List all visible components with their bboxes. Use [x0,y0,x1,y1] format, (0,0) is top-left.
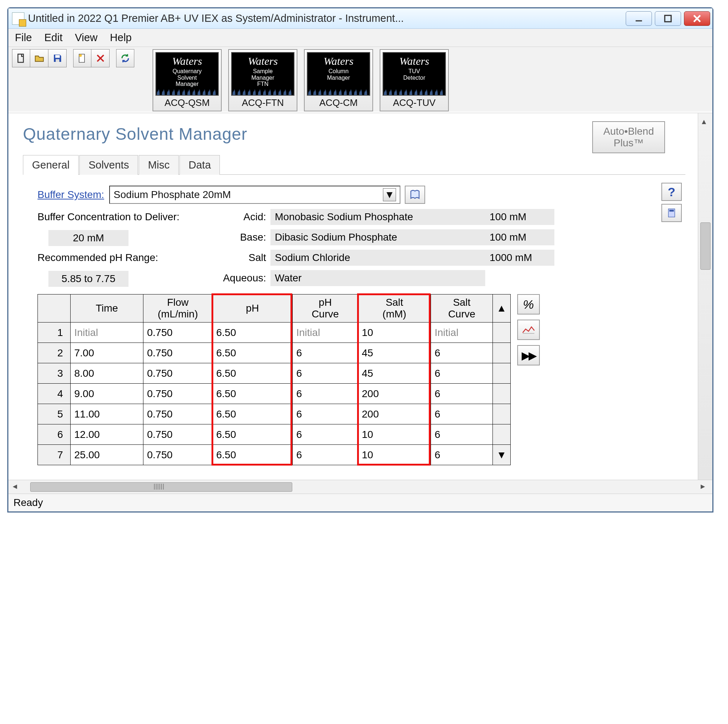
buffer-conc-label: Buffer Concentration to Deliver: [37,211,212,223]
scroll-up-icon[interactable] [700,116,711,126]
cell-saltcurve[interactable]: 6 [431,363,493,384]
table-scroll-down[interactable]: ▼ [493,445,511,465]
cell-saltcurve[interactable]: 6 [431,384,493,404]
instrument-tile-acq-ftn[interactable]: WatersSample Manager FTNACQ-FTN [228,49,297,112]
cell-rownum: 5 [38,404,70,424]
cell-time[interactable]: 7.00 [70,343,144,363]
cell-time[interactable]: Initial [70,323,144,343]
cell-ph[interactable]: 6.50 [213,323,293,343]
cell-phcurve[interactable]: 6 [293,384,358,404]
table-scroll-up[interactable]: ▲ [493,294,511,323]
help-button[interactable]: ? [661,183,682,201]
scroll-left-icon[interactable]: ◄ [11,482,21,492]
cell-time[interactable]: 9.00 [70,384,144,404]
cell-ph[interactable]: 6.50 [213,445,293,465]
table-scroll-track[interactable] [493,424,511,445]
menu-view[interactable]: View [75,32,98,44]
cell-salt[interactable]: 45 [358,363,431,384]
tab-general[interactable]: General [23,155,79,175]
tab-data[interactable]: Data [179,155,220,175]
cell-salt[interactable]: 10 [358,445,431,465]
buffer-system-label[interactable]: Buffer System: [37,189,104,201]
table-row[interactable]: 49.000.7506.5062006 [38,384,511,404]
cell-ph[interactable]: 6.50 [213,424,293,445]
cell-phcurve[interactable]: 6 [293,343,358,363]
buffer-system-combo[interactable]: Sodium Phosphate 20mM ▼ [109,186,401,204]
cell-phcurve[interactable]: 6 [293,424,358,445]
delete-button[interactable] [91,49,110,67]
scroll-right-icon[interactable]: ► [699,482,710,492]
cell-ph[interactable]: 6.50 [213,343,293,363]
cell-phcurve[interactable]: 6 [293,445,358,465]
gradient-table[interactable]: Time Flow (mL/min) pH pH Curve Salt (mM)… [37,294,511,465]
cell-salt[interactable]: 10 [358,424,431,445]
cell-ph[interactable]: 6.50 [213,384,293,404]
cell-phcurve[interactable]: Initial [293,323,358,343]
menu-help[interactable]: Help [110,32,132,44]
cell-flow[interactable]: 0.750 [144,404,213,424]
instrument-tile-acq-tuv[interactable]: WatersTUV DetectorACQ-TUV [380,49,449,112]
cell-saltcurve[interactable]: Initial [431,323,493,343]
instrument-tile-acq-cm[interactable]: WatersColumn ManagerACQ-CM [304,49,373,112]
autoblend-plus-button[interactable]: Auto•Blend Plus™ [592,121,665,153]
cell-flow[interactable]: 0.750 [144,384,213,404]
instrument-tiles: WatersQuaternary Solvent ManagerACQ-QSMW… [153,49,449,112]
cell-rownum: 7 [38,445,70,465]
cell-flow[interactable]: 0.750 [144,323,213,343]
minimize-button[interactable] [626,11,652,26]
cell-flow[interactable]: 0.750 [144,343,213,363]
cell-salt[interactable]: 200 [358,404,431,424]
cell-time[interactable]: 11.00 [70,404,144,424]
cell-flow[interactable]: 0.750 [144,445,213,465]
cell-salt[interactable]: 200 [358,384,431,404]
cell-time[interactable]: 12.00 [70,424,144,445]
table-row[interactable]: 38.000.7506.506456 [38,363,511,384]
vertical-scrollbar[interactable] [698,113,712,480]
open-button[interactable] [30,49,48,67]
table-scroll-track[interactable] [493,363,511,384]
percent-view-button[interactable]: % [517,294,540,314]
menu-edit[interactable]: Edit [44,32,63,44]
calculator-button[interactable] [661,204,682,222]
maximize-button[interactable] [655,11,681,26]
close-button[interactable] [684,11,710,26]
cell-salt[interactable]: 10 [358,323,431,343]
cell-flow[interactable]: 0.750 [144,363,213,384]
table-row[interactable]: 612.000.7506.506106 [38,424,511,445]
cell-time[interactable]: 8.00 [70,363,144,384]
tile-graphic: WatersQuaternary Solvent Manager [155,52,219,96]
buffer-library-button[interactable] [405,186,425,204]
cell-time[interactable]: 25.00 [70,445,144,465]
table-scroll-track[interactable] [493,323,511,343]
cell-ph[interactable]: 6.50 [213,404,293,424]
cell-saltcurve[interactable]: 6 [431,424,493,445]
new-method-button[interactable] [73,49,91,67]
table-scroll-track[interactable] [493,384,511,404]
table-row[interactable]: 27.000.7506.506456 [38,343,511,363]
run-button[interactable]: ▶▶ [517,345,540,366]
new-button[interactable] [12,49,30,67]
refresh-button[interactable] [116,49,134,67]
tab-solvents[interactable]: Solvents [80,155,138,175]
cell-phcurve[interactable]: 6 [293,404,358,424]
drop-arrow-icon[interactable]: ▼ [383,188,396,201]
cell-flow[interactable]: 0.750 [144,424,213,445]
table-row[interactable]: 511.000.7506.5062006 [38,404,511,424]
scroll-thumb[interactable] [700,222,711,270]
cell-saltcurve[interactable]: 6 [431,445,493,465]
menu-file[interactable]: File [15,32,32,44]
table-scroll-track[interactable] [493,343,511,363]
instrument-tile-acq-qsm[interactable]: WatersQuaternary Solvent ManagerACQ-QSM [153,49,222,112]
cell-salt[interactable]: 45 [358,343,431,363]
cell-phcurve[interactable]: 6 [293,363,358,384]
horizontal-scrollbar[interactable]: ◄ ► [8,480,712,494]
chart-view-button[interactable] [517,320,540,340]
table-row[interactable]: 725.000.7506.506106▼ [38,445,511,465]
cell-saltcurve[interactable]: 6 [431,343,493,363]
cell-ph[interactable]: 6.50 [213,363,293,384]
save-button[interactable] [48,49,67,67]
tab-misc[interactable]: Misc [139,155,179,175]
table-row[interactable]: 1Initial0.7506.50Initial10Initial [38,323,511,343]
cell-saltcurve[interactable]: 6 [431,404,493,424]
table-scroll-track[interactable] [493,404,511,424]
